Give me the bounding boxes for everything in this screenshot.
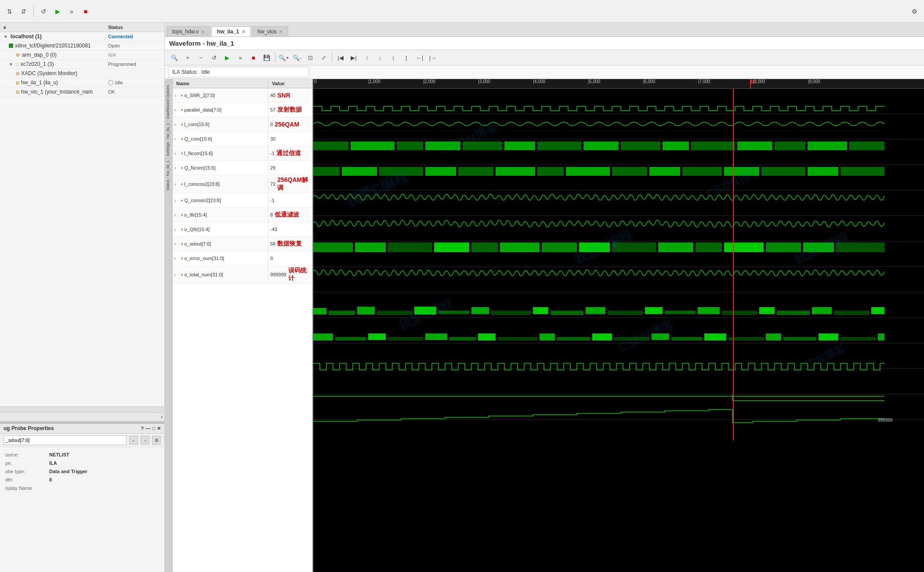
wf-fit-btn[interactable]: ⊡ xyxy=(304,52,316,63)
svg-rect-80 xyxy=(871,307,884,314)
probe-back-btn[interactable]: ← xyxy=(129,436,138,445)
signal-row-q_com[interactable]: ›♦Q_com[15:6]30 xyxy=(173,132,312,146)
time-mark-5000: |5,000 xyxy=(588,79,601,84)
ila-icon-xadc: ⊞ xyxy=(16,71,19,76)
signal-row-q_comsin2[interactable]: ›♦Q_comsin2[23:8]-1 xyxy=(173,193,312,208)
wf-full-btn[interactable]: ⤢ xyxy=(317,52,330,63)
tab-tops-hdw-close[interactable]: ✕ xyxy=(201,29,205,34)
toolbar-play-icon[interactable]: ▶ xyxy=(51,5,64,18)
prop-row-display-name: isplay Name xyxy=(5,484,159,492)
wf-next-btn[interactable]: ▶| xyxy=(348,52,360,63)
sidebar-settings-hw-ila[interactable]: Settings - hw_ila_1 xyxy=(165,121,172,158)
signal-expand-q_ncom[interactable]: › xyxy=(174,166,180,170)
toolbar-pin-icon[interactable]: ⇅ xyxy=(4,5,16,18)
expand-arrow-localhost: ▼ xyxy=(4,34,9,39)
tab-bar: tops_hdw.v ✕ hw_ila_1 ✕ hw_vios ✕ xyxy=(165,23,924,37)
signal-expand-l_comcos2[interactable]: › xyxy=(174,182,180,187)
close-icon[interactable]: ✕ xyxy=(157,426,161,431)
wf-minus-btn[interactable]: − xyxy=(195,52,207,63)
svg-rect-94 xyxy=(671,337,702,340)
tab-tops-hdw[interactable]: tops_hdw.v ✕ xyxy=(167,26,210,36)
signal-value-l_ncom: -1 xyxy=(270,151,275,156)
signal-expand-q_comsin2[interactable]: › xyxy=(174,198,180,203)
signal-row-parallel_data[interactable]: ›♦parallel_data[7:0]57发射数据 xyxy=(173,103,312,117)
signal-row-o_error_num[interactable]: ›♦o_error_num[31:0]0 xyxy=(173,251,312,266)
signal-row-o_snr_1[interactable]: ›♦o_SNR_1[7:0]40SNR xyxy=(173,88,312,103)
tab-hw-vios-close[interactable]: ✕ xyxy=(279,29,283,34)
signal-row-o_lfir[interactable]: ›♦o_lfir[15:4]8低通滤波 xyxy=(173,208,312,222)
svg-text:999999: 999999 xyxy=(878,418,893,423)
horizontal-scrollbar[interactable] xyxy=(0,406,164,413)
signal-row-o_total_num[interactable]: ›♦o_total_num[31:0]999999误码统计 xyxy=(173,266,312,284)
wf-up-btn[interactable]: ↑ xyxy=(361,52,373,63)
signal-expand-o_snr_1[interactable]: › xyxy=(174,93,180,98)
minimize-icon[interactable]: — xyxy=(145,426,150,431)
help-icon[interactable]: ? xyxy=(141,426,144,431)
wf-stop-btn[interactable]: ■ xyxy=(247,52,260,63)
wf-main: Dashboard Options Settings - hw_ila_1 St… xyxy=(165,79,924,572)
signal-row-l_comcos2[interactable]: ›♦l_comcos2[23:8]72256QAM解调 xyxy=(173,175,312,193)
tree-item-xc7z020[interactable]: ▼ □ xc7z020_1 (3) Programmed xyxy=(0,60,164,69)
svg-rect-100 xyxy=(841,337,876,340)
signal-name-text-l_com: l_com[15:6] xyxy=(185,122,210,127)
svg-rect-91 xyxy=(592,333,612,340)
signal-expand-parallel_data[interactable]: › xyxy=(174,108,180,112)
signal-expand-o_error_num[interactable]: › xyxy=(174,256,180,261)
tree-item-xadc[interactable]: ⊞ XADC (System Monitor) xyxy=(0,69,164,78)
wf-cursor-btn[interactable]: ↕ xyxy=(387,52,399,63)
signal-annotation-parallel_data: 发射数据 xyxy=(277,106,302,114)
signal-row-l_com[interactable]: ›♦l_com[15:6]0256QAM xyxy=(173,117,312,132)
sidebar-status-hw-ila[interactable]: Status - hw_ila_1 xyxy=(165,158,172,192)
collapse-arrow[interactable]: › xyxy=(0,413,164,421)
signal-icon-q_comsin2: ♦ xyxy=(181,198,183,203)
signal-expand-o_qfir[interactable]: › xyxy=(174,227,180,232)
sidebar-dashboard-options[interactable]: Dashboard Options xyxy=(165,83,172,121)
wf-add-btn[interactable]: + xyxy=(181,52,194,63)
probe-forward-btn[interactable]: → xyxy=(141,436,149,445)
tree-item-hw-ila-1[interactable]: ⊞ hw_ila_1 (ila_u) Idle xyxy=(0,78,164,87)
wf-play-btn[interactable]: ▶ xyxy=(221,52,233,63)
signal-row-q_ncom[interactable]: ›♦Q_Ncom[15:6]29 xyxy=(173,161,312,175)
tree-item-xilinx-tcf[interactable]: xilinx_tcf/Digilent/210512180081 Open xyxy=(0,41,164,51)
signal-expand-q_com[interactable]: › xyxy=(174,137,180,141)
signal-row-o_sdout[interactable]: ›♦o_sdout[7:0]56数据恢复 xyxy=(173,237,312,251)
toolbar-gear-icon[interactable]: ⚙ xyxy=(908,5,920,18)
tree-item-arm-dap[interactable]: ⚙ arm_dap_0 (0) N/A xyxy=(0,51,164,60)
probe-name-input[interactable] xyxy=(4,435,127,445)
toolbar-stop-icon[interactable]: ■ xyxy=(80,5,92,18)
signal-value-cell-q_ncom: 29 xyxy=(268,161,312,175)
toolbar-refresh-icon[interactable]: ↺ xyxy=(37,5,50,18)
probe-gear-btn[interactable]: ⚙ xyxy=(152,436,161,445)
signal-annotation-l_ncom: 通过信道 xyxy=(276,149,301,157)
wf-nav-right-btn[interactable]: |→ xyxy=(427,52,439,63)
signal-expand-l_com[interactable]: › xyxy=(174,122,180,127)
signal-expand-o_lfir[interactable]: › xyxy=(174,213,180,217)
signal-row-l_ncom[interactable]: ›♦l_Ncom[15:6]-1通过信道 xyxy=(173,146,312,161)
wf-prev-btn[interactable]: |◀ xyxy=(334,52,347,63)
tab-hw-vios[interactable]: hw_vios ✕ xyxy=(252,26,288,36)
signal-row-o_qfir[interactable]: ›♦o_Qfir[15:4]-43 xyxy=(173,222,312,237)
signal-expand-l_ncom[interactable]: › xyxy=(174,151,180,156)
signal-name-cell-l_com: ›♦l_com[15:6] xyxy=(173,117,268,131)
maximize-icon[interactable]: □ xyxy=(152,426,155,431)
tab-hw-ila-1-close[interactable]: ✕ xyxy=(242,29,245,34)
signal-expand-o_sdout[interactable]: › xyxy=(174,242,180,246)
wf-save-btn[interactable]: 💾 xyxy=(261,52,273,63)
wf-marker-btn[interactable]: | xyxy=(400,52,413,63)
tab-hw-ila-1[interactable]: hw_ila_1 ✕ xyxy=(211,26,251,36)
green-square-icon xyxy=(9,43,13,48)
svg-rect-56 xyxy=(724,243,764,252)
signal-value-cell-q_com: 30 xyxy=(268,132,312,146)
tree-item-hw-vio-1[interactable]: ⊞ hw_vio_1 (your_instance_nam OK xyxy=(0,87,164,97)
wf-refresh-btn[interactable]: ↺ xyxy=(208,52,220,63)
toolbar-forward-icon[interactable]: » xyxy=(65,5,78,18)
wf-zoom-in-btn[interactable]: 🔍+ xyxy=(278,52,290,63)
wf-nav-left-btn[interactable]: ←| xyxy=(413,52,426,63)
wf-forward-btn[interactable]: » xyxy=(234,52,246,63)
toolbar-unpin-icon[interactable]: ⇵ xyxy=(18,5,30,18)
wf-down-btn[interactable]: ↓ xyxy=(374,52,386,63)
wf-search-btn[interactable]: 🔍 xyxy=(168,52,181,63)
signal-expand-o_total_num[interactable]: › xyxy=(174,272,180,277)
wf-zoom-out-btn[interactable]: 🔍- xyxy=(291,52,303,63)
tree-item-localhost[interactable]: ▼ localhost (1) Connected xyxy=(0,32,164,41)
